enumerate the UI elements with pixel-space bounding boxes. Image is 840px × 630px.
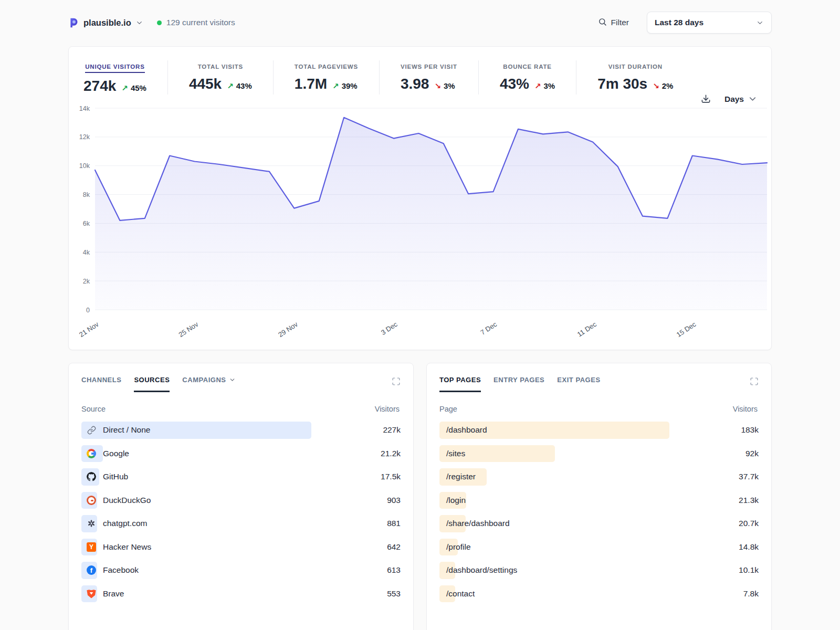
row-value: 553 xyxy=(359,589,401,598)
stat-metric[interactable]: VIEWS PER VISIT 3.98 ↘ 3% xyxy=(379,60,478,94)
chevron-down-icon xyxy=(229,376,236,383)
download-button[interactable] xyxy=(701,94,711,104)
row-value: 17.5k xyxy=(359,472,401,481)
column-visitors-label: Visitors xyxy=(375,405,400,413)
column-page-label: Page xyxy=(439,405,457,413)
svg-text:15 Dec: 15 Dec xyxy=(675,320,698,339)
svg-text:25 Nov: 25 Nov xyxy=(177,320,200,339)
stat-delta: 39% xyxy=(342,81,358,90)
table-row[interactable]: chatgpt.com 881 xyxy=(81,512,401,536)
table-row[interactable]: Google 21.2k xyxy=(81,442,401,466)
filter-button[interactable]: Filter xyxy=(598,17,629,28)
table-row[interactable]: /share/dashboard 20.7k xyxy=(439,512,759,536)
tab-exit-pages[interactable]: EXIT PAGES xyxy=(557,376,600,392)
table-row[interactable]: f Facebook 613 xyxy=(81,559,401,582)
row-value: 92k xyxy=(717,449,759,458)
stat-value: 445k xyxy=(189,76,222,92)
table-row[interactable]: Y Hacker News 642 xyxy=(81,536,401,559)
stat-value: 274k xyxy=(83,78,116,94)
row-value: 21.3k xyxy=(717,496,759,505)
expand-button[interactable] xyxy=(750,377,759,386)
table-row[interactable]: Brave 553 xyxy=(81,582,401,606)
trend-arrow-icon: ↗ xyxy=(332,81,339,91)
hackernews-icon: Y xyxy=(87,542,96,552)
row-label: /share/dashboard xyxy=(446,519,510,528)
current-visitors-label: 129 current visitors xyxy=(166,18,235,27)
row-label: /dashboard xyxy=(446,425,487,435)
column-source-label: Source xyxy=(81,405,106,413)
svg-text:29 Nov: 29 Nov xyxy=(277,320,299,339)
stat-delta: 2% xyxy=(662,81,674,90)
pages-column-headers: Page Visitors xyxy=(439,405,759,413)
visitors-graph-card: UNIQUE VISITORS 274k ↗ 45% TOTAL VISITS … xyxy=(68,46,772,350)
row-value: 7.8k xyxy=(717,589,759,598)
table-row[interactable]: GitHub 17.5k xyxy=(81,465,401,489)
tab-entry-pages[interactable]: ENTRY PAGES xyxy=(494,376,544,392)
row-label: Facebook xyxy=(103,565,139,575)
sources-column-headers: Source Visitors xyxy=(81,405,401,413)
table-row[interactable]: DuckDuckGo 903 xyxy=(81,489,401,512)
tab-channels[interactable]: CHANNELS xyxy=(81,376,121,392)
stat-metric[interactable]: UNIQUE VISITORS 274k ↗ 45% xyxy=(83,60,167,97)
current-visitors[interactable]: 129 current visitors xyxy=(157,18,235,27)
sources-table: Direct / None 227k Google 21.2k GitHub 1… xyxy=(81,418,401,605)
expand-button[interactable] xyxy=(392,377,401,386)
google-icon xyxy=(87,449,96,458)
table-row[interactable]: /register 37.7k xyxy=(439,465,759,489)
stat-value: 3.98 xyxy=(401,76,429,92)
pages-tabs: TOP PAGES ENTRY PAGES EXIT PAGES xyxy=(439,376,601,392)
bottom-row: CHANNELS SOURCES CAMPAIGNS Sour xyxy=(68,363,772,630)
date-range-picker[interactable]: Last 28 days xyxy=(647,12,772,34)
svg-text:3 Dec: 3 Dec xyxy=(380,320,399,337)
chevron-down-icon xyxy=(756,19,764,27)
svg-text:7 Dec: 7 Dec xyxy=(479,320,498,337)
stats-row: UNIQUE VISITORS 274k ↗ 45% TOTAL VISITS … xyxy=(69,60,771,97)
row-label: /contact xyxy=(446,589,475,598)
table-row[interactable]: /profile 14.8k xyxy=(439,536,759,559)
stat-metric[interactable]: TOTAL PAGEVIEWS 1.7M ↗ 39% xyxy=(273,60,379,94)
svg-text:6k: 6k xyxy=(83,220,90,227)
interval-dropdown[interactable]: Days xyxy=(724,94,758,104)
stat-metric[interactable]: VISIT DURATION 7m 30s ↘ 2% xyxy=(576,60,694,94)
tab-campaigns[interactable]: CAMPAIGNS xyxy=(182,376,235,392)
row-label: /register xyxy=(446,472,476,481)
svg-text:8k: 8k xyxy=(83,191,90,198)
stat-value: 7m 30s xyxy=(597,76,647,92)
maximize-icon xyxy=(392,377,401,386)
row-value: 10.1k xyxy=(717,565,759,575)
svg-text:12k: 12k xyxy=(79,133,90,141)
stat-delta: 45% xyxy=(131,83,146,92)
row-value: 642 xyxy=(359,542,401,552)
pages-panel: TOP PAGES ENTRY PAGES EXIT PAGES Page Vi… xyxy=(426,363,772,630)
row-value: 903 xyxy=(359,496,401,505)
search-icon xyxy=(598,17,607,28)
row-value: 37.7k xyxy=(717,472,759,481)
row-value: 21.2k xyxy=(359,449,401,458)
site-name: plausible.io xyxy=(83,18,131,28)
table-row[interactable]: /sites 92k xyxy=(439,442,759,466)
table-row[interactable]: /login 21.3k xyxy=(439,489,759,512)
visitors-chart[interactable]: 02k4k6k8k10k12k14k21 Nov25 Nov29 Nov3 De… xyxy=(69,104,771,345)
stat-label: TOTAL VISITS xyxy=(198,64,243,70)
date-range-value: Last 28 days xyxy=(655,18,704,27)
site-switcher[interactable]: plausible.io xyxy=(68,17,143,28)
stat-label: UNIQUE VISITORS xyxy=(85,64,144,73)
row-label: /profile xyxy=(446,542,471,552)
tab-sources[interactable]: SOURCES xyxy=(134,376,170,392)
row-value: 183k xyxy=(717,425,759,435)
trend-arrow-icon: ↘ xyxy=(434,81,441,91)
stat-metric[interactable]: TOTAL VISITS 445k ↗ 43% xyxy=(167,60,273,94)
table-row[interactable]: /dashboard 183k xyxy=(439,418,759,442)
row-label: Direct / None xyxy=(103,425,150,435)
dashboard-page: plausible.io 129 current visitors Filter… xyxy=(68,10,772,630)
tab-top-pages[interactable]: TOP PAGES xyxy=(439,376,481,392)
table-row[interactable]: /contact 7.8k xyxy=(439,582,759,606)
svg-text:14k: 14k xyxy=(79,105,90,112)
table-row[interactable]: /dashboard/settings 10.1k xyxy=(439,559,759,582)
row-value: 881 xyxy=(359,519,401,528)
stat-metric[interactable]: BOUNCE RATE 43% ↗ 3% xyxy=(478,60,576,94)
row-label: /dashboard/settings xyxy=(446,565,517,575)
row-label: chatgpt.com xyxy=(103,519,147,528)
row-value: 20.7k xyxy=(717,519,759,528)
table-row[interactable]: Direct / None 227k xyxy=(81,418,401,442)
